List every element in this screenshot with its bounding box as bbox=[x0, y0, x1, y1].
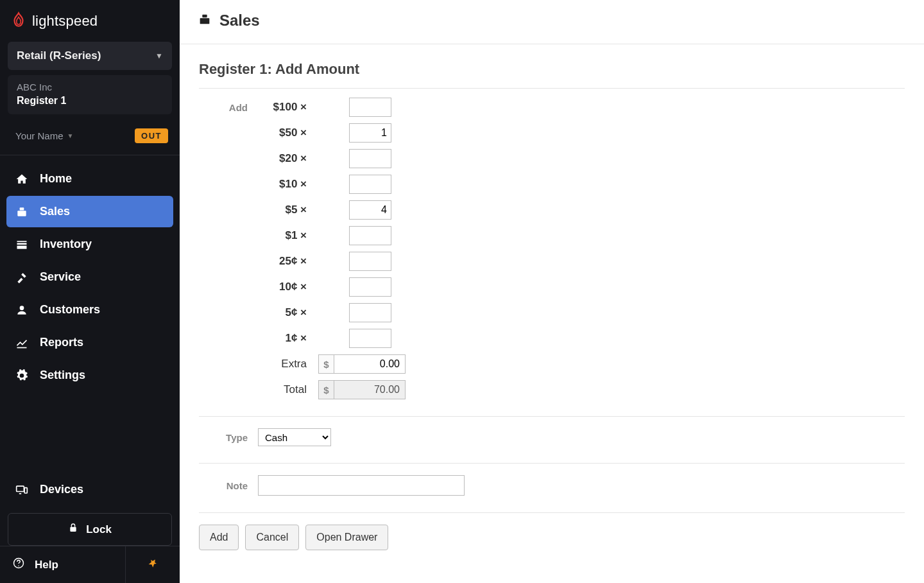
denom-label: 1¢ × bbox=[258, 332, 312, 345]
sidebar: lightspeed Retail (R-Series) ▼ ABC Inc R… bbox=[0, 0, 180, 583]
denominations-section: Add $100 × $50 × $20 × $10 × $5 bbox=[199, 98, 905, 417]
denom-input-20[interactable] bbox=[349, 149, 391, 168]
note-label: Note bbox=[199, 480, 258, 491]
note-section: Note bbox=[199, 475, 905, 513]
currency-symbol: $ bbox=[318, 380, 334, 399]
denom-row-10: $10 × bbox=[199, 175, 905, 194]
page-title: Register 1: Add Amount bbox=[199, 61, 905, 89]
main: Sales Register 1: Add Amount Add $100 × … bbox=[180, 0, 924, 583]
svg-point-5 bbox=[20, 306, 24, 310]
denom-row-1: $1 × bbox=[199, 226, 905, 245]
nav-item-customers[interactable]: Customers bbox=[6, 294, 173, 326]
nav-label: Reports bbox=[40, 336, 83, 349]
page-header: Sales bbox=[180, 0, 924, 44]
home-icon bbox=[15, 173, 28, 186]
nav-label: Inventory bbox=[40, 238, 92, 251]
user-menu[interactable]: Your Name ▼ bbox=[15, 130, 73, 141]
series-label: Retail (R-Series) bbox=[17, 49, 101, 62]
nav-item-service[interactable]: Service bbox=[6, 261, 173, 293]
nav-label: Customers bbox=[40, 303, 100, 317]
denom-input-10c[interactable] bbox=[349, 277, 391, 297]
gear-icon bbox=[15, 369, 28, 382]
add-label: Add bbox=[199, 102, 258, 113]
chevron-down-icon: ▼ bbox=[67, 132, 74, 139]
denom-label: $5 × bbox=[258, 204, 312, 216]
denom-label: $50 × bbox=[258, 126, 312, 139]
nav-item-home[interactable]: Home bbox=[6, 163, 173, 195]
denom-input-5c[interactable] bbox=[349, 303, 391, 322]
register-selector[interactable]: ABC Inc Register 1 bbox=[8, 75, 172, 114]
series-selector[interactable]: Retail (R-Series) ▼ bbox=[8, 42, 172, 70]
denom-input-50[interactable] bbox=[349, 123, 391, 143]
currency-symbol: $ bbox=[318, 354, 334, 374]
user-name: Your Name bbox=[15, 130, 64, 141]
help-icon bbox=[13, 557, 24, 572]
nav-item-reports[interactable]: Reports bbox=[6, 327, 173, 358]
help-button[interactable]: Help bbox=[0, 546, 126, 583]
denom-row-50: $50 × bbox=[199, 123, 905, 143]
note-input[interactable] bbox=[258, 475, 465, 496]
denom-input-10[interactable] bbox=[349, 175, 391, 194]
user-icon bbox=[15, 304, 28, 317]
denom-row-1c: 1¢ × bbox=[199, 329, 905, 348]
denom-row-5: $5 × bbox=[199, 200, 905, 220]
svg-rect-0 bbox=[17, 211, 26, 216]
nav-item-devices[interactable]: Devices bbox=[6, 474, 173, 505]
denom-row-5c: 5¢ × bbox=[199, 303, 905, 322]
svg-rect-14 bbox=[202, 14, 207, 17]
register-name: Register 1 bbox=[17, 95, 163, 107]
denom-row-100: Add $100 × bbox=[199, 98, 905, 117]
extra-input[interactable] bbox=[334, 354, 406, 374]
svg-rect-2 bbox=[17, 243, 27, 245]
svg-rect-10 bbox=[70, 527, 76, 532]
svg-point-12 bbox=[18, 565, 19, 566]
denom-input-25c[interactable] bbox=[349, 252, 391, 271]
add-button[interactable]: Add bbox=[199, 525, 239, 550]
denom-label: 25¢ × bbox=[258, 255, 312, 268]
denom-label: $100 × bbox=[258, 101, 312, 114]
denom-input-5[interactable] bbox=[349, 200, 391, 220]
denom-row-25c: 25¢ × bbox=[199, 252, 905, 271]
sidebar-footer: Help bbox=[0, 546, 180, 583]
nav-label: Sales bbox=[40, 205, 70, 218]
devices-icon bbox=[15, 483, 28, 496]
cancel-button[interactable]: Cancel bbox=[245, 525, 299, 550]
user-row: Your Name ▼ OUT bbox=[0, 122, 180, 155]
brand-logo: lightspeed bbox=[0, 0, 180, 42]
pin-icon bbox=[148, 558, 158, 571]
svg-rect-7 bbox=[17, 486, 24, 491]
svg-rect-4 bbox=[17, 241, 27, 242]
denom-input-1c[interactable] bbox=[349, 329, 391, 348]
brand-name: lightspeed bbox=[32, 13, 98, 30]
out-badge[interactable]: OUT bbox=[135, 128, 168, 143]
chevron-down-icon: ▼ bbox=[155, 51, 163, 60]
open-drawer-button[interactable]: Open Drawer bbox=[305, 525, 388, 550]
nav-label: Home bbox=[40, 172, 72, 186]
lock-button[interactable]: Lock bbox=[8, 513, 172, 546]
pin-button[interactable] bbox=[126, 546, 180, 583]
help-label: Help bbox=[35, 559, 58, 571]
denom-row-20: $20 × bbox=[199, 149, 905, 168]
denom-label: $10 × bbox=[258, 178, 312, 191]
total-label: Total bbox=[258, 383, 312, 396]
chart-icon bbox=[15, 336, 28, 349]
denom-label: 5¢ × bbox=[258, 306, 312, 319]
type-select[interactable]: Cash bbox=[258, 428, 331, 446]
content: Register 1: Add Amount Add $100 × $50 × … bbox=[180, 44, 924, 567]
nav-item-sales[interactable]: Sales bbox=[6, 196, 173, 227]
svg-rect-13 bbox=[200, 18, 210, 24]
inventory-icon bbox=[15, 238, 28, 251]
svg-rect-1 bbox=[20, 207, 24, 210]
hammer-icon bbox=[15, 271, 28, 284]
denom-label: $1 × bbox=[258, 229, 312, 242]
register-icon bbox=[15, 205, 28, 218]
extra-label: Extra bbox=[258, 358, 312, 370]
total-output bbox=[334, 380, 406, 399]
nav-item-settings[interactable]: Settings bbox=[6, 360, 173, 391]
denom-input-100[interactable] bbox=[349, 98, 391, 117]
denom-input-1[interactable] bbox=[349, 226, 391, 245]
primary-nav: Home Sales Inventory Service Customers bbox=[0, 155, 180, 474]
action-buttons: Add Cancel Open Drawer bbox=[199, 525, 905, 550]
nav-item-inventory[interactable]: Inventory bbox=[6, 229, 173, 260]
denom-label: $20 × bbox=[258, 152, 312, 165]
